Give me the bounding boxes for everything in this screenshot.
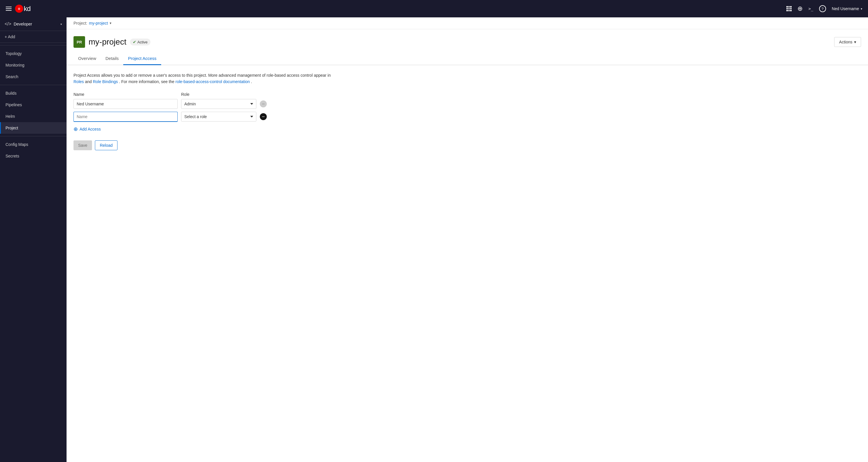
sidebar-divider-1: [0, 45, 66, 46]
add-access-label: Add Access: [80, 127, 101, 132]
sidebar-item-helm[interactable]: Helm: [0, 111, 66, 122]
role-bindings-link[interactable]: Role Bindings: [93, 79, 118, 84]
reload-button[interactable]: Reload: [95, 140, 118, 150]
remove-button-2[interactable]: −: [260, 113, 267, 120]
sidebar-developer-label: Developer: [13, 22, 60, 26]
description-for-more: . For more information, see the: [119, 79, 174, 84]
sidebar-item-builds[interactable]: Builds: [0, 87, 66, 99]
sidebar-item-monitoring[interactable]: Monitoring: [0, 59, 66, 71]
help-icon[interactable]: ?: [819, 5, 826, 12]
logo[interactable]: o kd: [15, 5, 30, 13]
tab-project-access[interactable]: Project Access: [123, 52, 161, 65]
sidebar-item-config-maps[interactable]: Config Maps: [0, 139, 66, 150]
status-badge: ✔ Active: [130, 38, 151, 46]
add-icon[interactable]: ⊕: [797, 5, 803, 12]
breadcrumb: Project: my-project ▾: [66, 18, 868, 29]
access-table-header: Name Role: [73, 92, 276, 97]
description-part1: Project Access allows you to add or remo…: [73, 73, 331, 78]
page-header: PR my-project ✔ Active Actions ▾: [66, 29, 868, 48]
role-select-2[interactable]: Select a role Admin Edit View: [181, 112, 256, 122]
logo-text: kd: [24, 5, 30, 13]
access-table: Name Role Admin Edit View − Select a rol…: [73, 92, 276, 122]
tab-overview[interactable]: Overview: [73, 52, 101, 65]
access-row-2: Select a role Admin Edit View −: [73, 112, 276, 122]
user-menu[interactable]: Ned Username ▾: [832, 6, 862, 11]
check-circle-icon: ✔: [133, 40, 136, 44]
top-navigation: o kd ⊕ >_ ? Ned Username ▾: [0, 0, 868, 18]
content-area: Project Access allows you to add or remo…: [66, 65, 868, 157]
sidebar-add-button[interactable]: + Add: [0, 31, 66, 43]
breadcrumb-chevron-icon[interactable]: ▾: [110, 21, 112, 25]
role-column-header: Role: [181, 92, 256, 97]
user-menu-chevron: ▾: [861, 7, 862, 10]
plus-icon: ⊕: [73, 126, 78, 132]
description-and: and: [85, 79, 92, 84]
logo-icon: o: [15, 5, 23, 13]
add-access-button[interactable]: ⊕ Add Access: [73, 125, 101, 134]
name-input-1[interactable]: [73, 99, 178, 109]
button-row: Save Reload: [73, 140, 861, 150]
tab-details[interactable]: Details: [101, 52, 124, 65]
sidebar-item-pipelines[interactable]: Pipelines: [0, 99, 66, 111]
name-input-2[interactable]: [73, 112, 178, 122]
description-text: Project Access allows you to add or remo…: [73, 72, 334, 85]
tabs-bar: Overview Details Project Access: [66, 52, 868, 65]
status-text: Active: [137, 40, 148, 44]
sidebar-developer-switcher[interactable]: </> Developer ▾: [0, 18, 66, 31]
sidebar: </> Developer ▾ + Add Topology Monitorin…: [0, 18, 66, 462]
access-row-1: Admin Edit View −: [73, 99, 276, 109]
sidebar-item-search[interactable]: Search: [0, 71, 66, 83]
role-select-1[interactable]: Admin Edit View: [181, 99, 256, 109]
page-title: my-project: [89, 37, 126, 47]
doc-link[interactable]: role-based-access-control documentation: [176, 79, 250, 84]
hamburger-menu-button[interactable]: [6, 7, 11, 11]
terminal-icon[interactable]: >_: [808, 6, 813, 11]
save-button[interactable]: Save: [73, 140, 92, 150]
user-name: Ned Username: [832, 6, 859, 11]
sidebar-item-project[interactable]: Project: [0, 122, 66, 134]
developer-icon: </>: [5, 22, 11, 27]
sidebar-item-topology[interactable]: Topology: [0, 48, 66, 59]
sidebar-item-secrets[interactable]: Secrets: [0, 150, 66, 162]
project-badge: PR: [73, 36, 85, 48]
actions-label: Actions: [839, 40, 852, 44]
main-content: Project: my-project ▾ PR my-project ✔ Ac…: [66, 18, 868, 462]
waffle-menu-icon[interactable]: [786, 6, 792, 11]
name-column-header: Name: [73, 92, 178, 97]
description-suffix: .: [251, 79, 252, 84]
breadcrumb-project-name[interactable]: my-project: [89, 21, 107, 26]
sidebar-developer-arrow: ▾: [60, 23, 62, 26]
roles-link[interactable]: Roles: [73, 79, 84, 84]
breadcrumb-project-label: Project:: [73, 21, 87, 26]
sidebar-divider-3: [0, 136, 66, 136]
remove-button-1: −: [260, 100, 267, 107]
actions-chevron-icon: ▾: [854, 40, 856, 44]
project-title-area: PR my-project ✔ Active: [73, 36, 151, 48]
actions-button[interactable]: Actions ▾: [834, 37, 861, 47]
